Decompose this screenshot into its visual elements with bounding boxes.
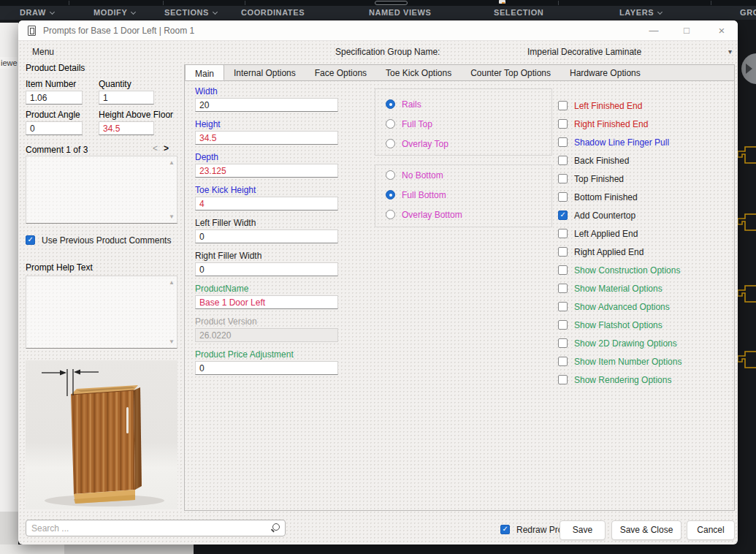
minimize-icon[interactable]: — — [643, 23, 665, 39]
checkbox-box[interactable] — [558, 174, 568, 183]
quantity-input[interactable] — [99, 91, 154, 105]
menu-modify[interactable]: MODIFY — [93, 8, 135, 17]
dialog-titlebar[interactable]: Prompts for Base 1 Door Left | Room 1 — … — [18, 20, 738, 41]
redraw-product-checkbox[interactable] — [500, 525, 510, 534]
toolbar-icon — [499, 0, 505, 4]
radio-full-bottom[interactable]: Full Bottom — [386, 190, 532, 202]
comment-next-button[interactable]: > — [164, 143, 169, 153]
checkbox-add-countertop[interactable]: Add Countertop — [558, 210, 733, 222]
checkbox-box[interactable] — [558, 284, 568, 293]
toe-kick-height-input[interactable] — [195, 197, 338, 210]
tab-face-options[interactable]: Face Options — [305, 65, 376, 81]
checkbox-show-rendering-options[interactable]: Show Rendering Options — [558, 375, 733, 387]
checkbox-box[interactable] — [558, 156, 568, 165]
close-icon[interactable]: × — [711, 23, 733, 39]
checkbox-show-2d-drawing-options[interactable]: Show 2D Drawing Options — [558, 338, 733, 350]
checkbox-bottom-finished[interactable]: Bottom Finished — [558, 192, 733, 204]
chevron-down-icon[interactable]: ▾ — [728, 48, 732, 56]
search-input[interactable] — [26, 520, 286, 536]
menu-layers[interactable]: LAYERS — [619, 8, 662, 17]
maximize-icon[interactable]: □ — [676, 23, 698, 39]
checkbox-show-advanced-options[interactable]: Show Advanced Options — [558, 302, 733, 314]
menu-sections[interactable]: SECTIONS — [164, 8, 217, 17]
checkbox-show-construction-options[interactable]: Show Construction Options — [558, 265, 733, 277]
checkbox-show-flatshot-options[interactable]: Show Flatshot Options — [558, 320, 733, 332]
radio-full-top[interactable]: Full Top — [386, 119, 532, 131]
item-number-input[interactable] — [26, 91, 83, 105]
cancel-button[interactable]: Cancel — [687, 520, 735, 540]
comment-counter-label: Comment 1 of 3 — [26, 145, 88, 155]
tab-internal-options[interactable]: Internal Options — [224, 65, 305, 81]
save-close-button[interactable]: Save & Close — [611, 520, 681, 540]
height-input[interactable] — [195, 131, 338, 145]
radio-overlay-top[interactable]: Overlay Top — [386, 139, 532, 151]
scroll-down-icon[interactable]: ▼ — [169, 213, 175, 220]
scroll-down-icon[interactable]: ▼ — [169, 338, 175, 345]
checkbox-right-finished-end[interactable]: Right Finished End — [558, 119, 733, 131]
checkbox-top-finished[interactable]: Top Finished — [558, 174, 733, 186]
radio-button[interactable] — [386, 210, 395, 219]
width-input[interactable] — [195, 98, 338, 112]
checkbox-box[interactable] — [558, 137, 568, 147]
checkbox-right-applied-end[interactable]: Right Applied End — [558, 247, 733, 259]
checkbox-box[interactable] — [558, 265, 568, 275]
radio-label: No Bottom — [402, 170, 443, 181]
use-previous-comments-checkbox[interactable] — [26, 235, 35, 245]
checkbox-box[interactable] — [558, 338, 568, 348]
checkbox-box[interactable] — [558, 302, 568, 311]
checkbox-back-finished[interactable]: Back Finished — [558, 156, 733, 167]
height-above-floor-input[interactable] — [99, 121, 154, 135]
checkbox-left-finished-end[interactable]: Left Finished End — [558, 101, 733, 113]
dialog-menu[interactable]: Menu — [32, 47, 54, 57]
use-previous-comments-row[interactable]: Use Previous Product Comments — [26, 235, 179, 247]
checkbox-box[interactable] — [558, 320, 568, 330]
tab-main[interactable]: Main — [185, 64, 224, 80]
checkbox-box[interactable] — [558, 357, 568, 366]
checkbox-box[interactable] — [558, 375, 568, 384]
search-icon[interactable] — [271, 523, 280, 533]
radio-overlay-bottom[interactable]: Overlay Bottom — [386, 210, 532, 221]
spec-group-select[interactable]: Imperial Decorative Laminate — [527, 47, 641, 57]
menu-selection[interactable]: SELECTION — [494, 8, 543, 17]
product-price-adjustment-input[interactable] — [195, 361, 338, 375]
scroll-up-icon[interactable]: ▲ — [169, 159, 175, 166]
checkbox-box[interactable] — [558, 210, 568, 220]
radio-button[interactable] — [386, 170, 395, 180]
checkbox-box[interactable] — [558, 101, 568, 110]
left-filler-width-input[interactable] — [195, 229, 338, 243]
product-version-input — [195, 328, 338, 342]
right-filler-width-input[interactable] — [195, 262, 338, 276]
menu-draw[interactable]: DRAW — [20, 8, 54, 17]
radio-button[interactable] — [386, 99, 395, 109]
comment-prev-button[interactable]: < — [153, 143, 158, 153]
tab-toe-kick-options[interactable]: Toe Kick Options — [376, 65, 461, 81]
tab-counter-top-options[interactable]: Counter Top Options — [461, 65, 560, 81]
radio-button[interactable] — [386, 119, 395, 129]
checkbox-shadow-line-finger-pull[interactable]: Shadow Line Finger Pull — [558, 137, 733, 149]
checkbox-box[interactable] — [558, 247, 568, 257]
menu-groups[interactable]: GROU — [740, 8, 756, 17]
prompt-help-textarea[interactable]: ▲ ▼ — [26, 276, 177, 349]
scroll-up-icon[interactable]: ▲ — [169, 279, 175, 286]
comment-textarea[interactable]: ▲ ▼ — [26, 156, 177, 224]
radio-label: Rails — [402, 99, 421, 110]
menu-coordinates[interactable]: COORDINATES — [241, 8, 305, 17]
tab-hardware-options[interactable]: Hardware Options — [560, 65, 650, 81]
checkbox-box[interactable] — [558, 119, 568, 129]
checkbox-box[interactable] — [558, 229, 568, 238]
depth-input[interactable] — [195, 164, 338, 178]
product-name-input[interactable] — [195, 295, 338, 309]
product-angle-input[interactable] — [26, 121, 83, 135]
menu-named-views[interactable]: NAMED VIEWS — [369, 8, 431, 17]
radio-button[interactable] — [386, 139, 395, 148]
save-button[interactable]: Save — [560, 520, 606, 540]
radio-no-bottom[interactable]: No Bottom — [386, 170, 532, 182]
radio-rails[interactable]: Rails — [386, 99, 532, 111]
checkbox-left-applied-end[interactable]: Left Applied End — [558, 229, 733, 240]
panel-collapse-button[interactable] — [741, 53, 756, 84]
checkbox-box[interactable] — [558, 192, 568, 202]
checkbox-show-item-number-options[interactable]: Show Item Number Options — [558, 357, 733, 368]
checkbox-show-material-options[interactable]: Show Material Options — [558, 284, 733, 295]
radio-button[interactable] — [386, 190, 395, 200]
checkbox-label: Shadow Line Finger Pull — [574, 137, 669, 148]
